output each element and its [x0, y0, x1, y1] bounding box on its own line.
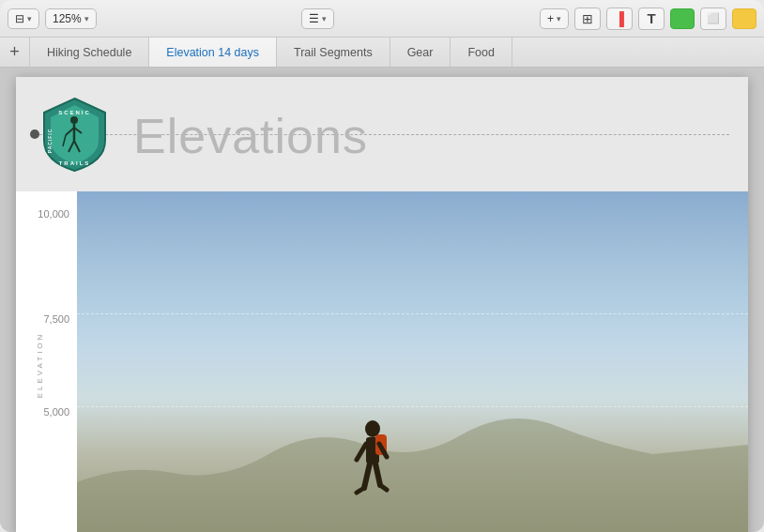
grid-line-7500: [77, 313, 748, 314]
list-view-btn[interactable]: ☰ ▾: [301, 8, 334, 29]
image-icon: ⬜: [707, 12, 720, 24]
view-toggle-btn[interactable]: ⊟ ▾: [8, 8, 39, 29]
toolbar: ⊟ ▾ 125% ▾ ☰ ▾ + ▾ ⊞ ▐ T ⬜: [0, 0, 764, 38]
y-axis-title: ELEVATION: [36, 332, 44, 399]
tab-bar: + Hiking Schedule Elevation 14 days Trai…: [0, 38, 764, 68]
chart-btn[interactable]: ▐: [606, 8, 633, 30]
page-title: Elevations: [133, 108, 368, 164]
zoom-btn[interactable]: 125% ▾: [45, 8, 97, 29]
shape-btn[interactable]: [670, 8, 695, 29]
toolbar-center-controls: ☰ ▾: [104, 8, 532, 29]
logo-container: SCENIC TRAILS PACIFIC: [35, 94, 115, 177]
svg-line-17: [357, 488, 364, 493]
svg-point-0: [70, 116, 78, 124]
image-btn[interactable]: ⬜: [700, 8, 726, 30]
add-tab-icon: +: [9, 42, 20, 62]
chart-icon: ▐: [615, 11, 624, 26]
list-chevron: ▾: [322, 14, 327, 23]
y-axis: ELEVATION 10,000 7,500 5,000: [16, 191, 77, 532]
svg-line-16: [375, 464, 380, 485]
document-area: SCENIC TRAILS PACIFIC Elevations ELEVATI…: [0, 68, 764, 532]
scenic-trails-logo: SCENIC TRAILS PACIFIC: [35, 94, 115, 174]
page-header: SCENIC TRAILS PACIFIC Elevations: [16, 77, 748, 191]
main-content: SCENIC TRAILS PACIFIC Elevations ELEVATI…: [0, 68, 764, 532]
chart-plot: [77, 191, 748, 532]
tab-food-label: Food: [467, 46, 495, 59]
tab-gear-label: Gear: [407, 46, 434, 59]
toolbar-left-controls: ⊟ ▾ 125% ▾: [8, 8, 97, 29]
chart-area: ELEVATION 10,000 7,500 5,000: [16, 191, 748, 532]
insert-btn[interactable]: + ▾: [540, 8, 569, 29]
tab-elevation-14-days[interactable]: Elevation 14 days: [149, 38, 277, 67]
toolbar-right-controls: + ▾ ⊞ ▐ T ⬜: [540, 8, 756, 30]
comment-btn[interactable]: [732, 8, 756, 29]
table-icon: ⊞: [582, 11, 593, 26]
table-btn[interactable]: ⊞: [574, 8, 601, 30]
svg-line-13: [357, 444, 366, 460]
svg-text:SCENIC: SCENIC: [58, 110, 91, 115]
view-chevron: ▾: [27, 14, 32, 23]
svg-line-18: [380, 485, 387, 490]
hiker-figure: [349, 418, 396, 507]
terrain-svg: [77, 370, 748, 532]
insert-chevron: ▾: [557, 14, 561, 23]
svg-text:PACIFIC: PACIFIC: [47, 129, 53, 154]
tab-food[interactable]: Food: [451, 38, 512, 67]
tab-trail-segments[interactable]: Trail Segments: [277, 38, 390, 67]
tab-hiking-schedule[interactable]: Hiking Schedule: [30, 38, 149, 67]
zoom-chevron: ▾: [84, 14, 89, 23]
terrain-area: [77, 370, 748, 532]
y-label-7500: 7,500: [43, 313, 69, 325]
tab-trail-segments-label: Trail Segments: [294, 46, 373, 59]
tab-gear[interactable]: Gear: [390, 38, 451, 67]
tab-hiking-schedule-label: Hiking Schedule: [47, 46, 131, 59]
y-label-5000: 5,000: [43, 406, 69, 418]
page: SCENIC TRAILS PACIFIC Elevations ELEVATI…: [16, 77, 748, 532]
svg-text:TRAILS: TRAILS: [59, 160, 91, 166]
text-btn[interactable]: T: [638, 8, 665, 30]
view-icon: ⊟: [15, 12, 24, 25]
text-icon: T: [647, 10, 655, 26]
zoom-label: 125%: [53, 12, 82, 25]
y-label-10000: 10,000: [38, 208, 69, 220]
dashed-dot: [30, 129, 39, 139]
svg-line-15: [364, 464, 370, 488]
insert-plus-icon: +: [547, 12, 554, 25]
add-tab-btn[interactable]: +: [0, 38, 30, 67]
person-silhouette: [349, 418, 396, 510]
tab-elevation-14-days-label: Elevation 14 days: [166, 46, 259, 59]
list-icon: ☰: [309, 12, 319, 25]
